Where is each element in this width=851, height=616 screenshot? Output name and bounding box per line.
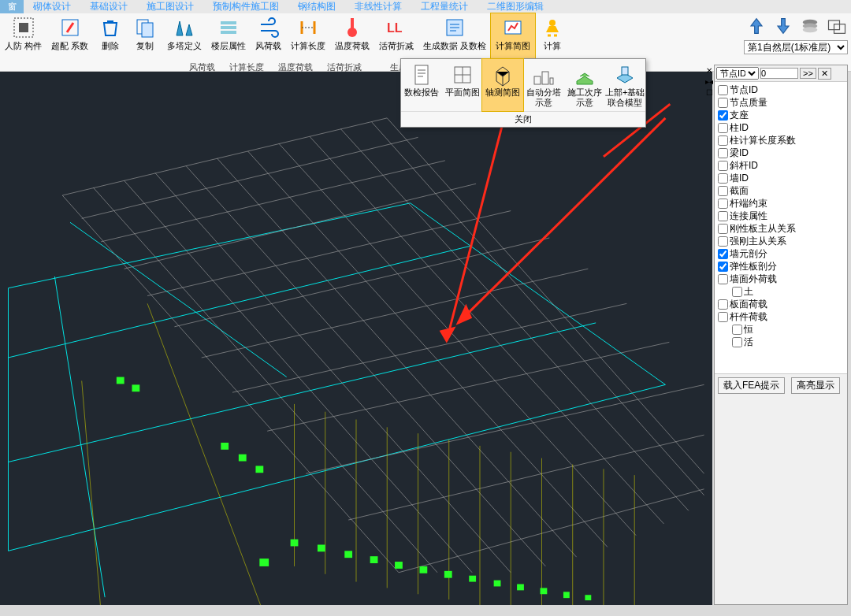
opt-row[interactable]: 节点质量: [718, 96, 844, 109]
opt-row[interactable]: 杆件荷载: [718, 310, 844, 323]
fbtn-axon-view[interactable]: 轴测简图: [482, 59, 523, 111]
calc-diagram-dropdown: 数检报告 平面简图 轴测简图 自动分塔 示意 施工次序 示意 上部+基础 联合模…: [400, 58, 646, 128]
opt-row[interactable]: 斜杆ID: [718, 159, 844, 172]
shelter-icon: [11, 15, 36, 40]
status-bar: [0, 605, 851, 616]
opt-墙面外荷载[interactable]: [718, 274, 728, 284]
model-viewport[interactable]: [0, 72, 712, 605]
opt-row[interactable]: 刚性板主从关系: [718, 222, 844, 235]
fbtn-plan-view[interactable]: 平面简图: [442, 59, 483, 111]
opt-row[interactable]: 墙ID: [718, 172, 844, 184]
go-button[interactable]: >>: [800, 68, 816, 79]
auto-tower-icon: [531, 62, 556, 87]
svg-rect-30: [370, 556, 378, 563]
svg-text:LL: LL: [387, 21, 403, 35]
svg-rect-43: [239, 455, 247, 462]
load-fea-button[interactable]: 载入FEA提示: [718, 377, 785, 394]
opt-row[interactable]: 截面: [718, 184, 844, 197]
btn-copy[interactable]: 复制: [128, 13, 162, 71]
opt-row[interactable]: 恒: [718, 323, 844, 336]
btn-overfit[interactable]: 超配 系数: [46, 13, 93, 71]
svg-rect-36: [517, 584, 524, 591]
opt-row[interactable]: 墙面外荷载: [718, 273, 844, 285]
tab-construction-drawing[interactable]: 施工图设计: [137, 0, 203, 14]
plan-icon: [450, 62, 475, 87]
opt-板面荷载[interactable]: [718, 299, 728, 310]
btn-delete[interactable]: 删除: [93, 13, 128, 71]
opt-土[interactable]: [732, 287, 742, 297]
opt-节点质量[interactable]: [718, 98, 728, 108]
property-panel: ✕ ▸◂ ☐ 节点ID >> ✕ 节点ID节点质量支座柱ID柱计算长度系数梁ID…: [714, 65, 848, 605]
svg-rect-34: [469, 576, 476, 582]
overfit-icon: [58, 15, 83, 40]
opt-活[interactable]: [732, 337, 742, 347]
tab-2d-edit[interactable]: 二维图形编辑: [478, 0, 553, 14]
layers-icon[interactable]: [799, 17, 821, 35]
run-icon: [540, 15, 565, 40]
opt-row[interactable]: 节点ID: [718, 83, 844, 96]
opt-杆端约束[interactable]: [718, 199, 728, 209]
svg-rect-37: [541, 588, 548, 594]
svg-rect-4: [142, 23, 153, 37]
opt-row[interactable]: 柱计算长度系数: [718, 134, 844, 147]
opt-row[interactable]: 支座: [718, 109, 844, 121]
fbtn-construction[interactable]: 施工次序 示意: [564, 59, 605, 111]
opt-row[interactable]: 墙元剖分: [718, 247, 844, 260]
opt-row[interactable]: 弹性板剖分: [718, 260, 844, 273]
opt-row[interactable]: 连接属性: [718, 210, 844, 222]
svg-rect-22: [542, 72, 548, 84]
app-menu-icon[interactable]: 窗: [0, 0, 24, 13]
panel-expand-icon[interactable]: ☐: [704, 87, 715, 98]
opt-row[interactable]: 强刚主从关系: [718, 235, 844, 247]
panel-pin-icon[interactable]: ▸◂: [704, 76, 715, 87]
panel-close-icon[interactable]: ✕: [704, 65, 715, 76]
opt-row[interactable]: 杆端约束: [718, 197, 844, 210]
fbtn-combined[interactable]: 上部+基础 联合模型: [604, 59, 645, 111]
live-load-icon: LL: [384, 15, 409, 40]
opt-墙元剖分[interactable]: [718, 249, 728, 259]
svg-rect-28: [318, 544, 325, 551]
btn-shelter[interactable]: 人防 构件: [0, 13, 46, 71]
tab-quantity[interactable]: 工程量统计: [411, 0, 478, 14]
tab-masonry[interactable]: 砌体设计: [24, 0, 80, 14]
opt-row[interactable]: 板面荷载: [718, 298, 844, 310]
svg-rect-29: [344, 551, 352, 558]
tab-nonlinear[interactable]: 非线性计算: [345, 0, 411, 14]
opt-强刚主从关系[interactable]: [718, 236, 728, 247]
opt-row[interactable]: 土: [718, 285, 844, 298]
arrow-up-icon[interactable]: [745, 17, 767, 35]
window-icon[interactable]: [826, 17, 848, 35]
opt-支座[interactable]: [718, 110, 728, 121]
display-options-tree[interactable]: 节点ID节点质量支座柱ID柱计算长度系数梁ID斜杆ID墙ID截面杆端约束连接属性…: [715, 82, 847, 373]
fbtn-check-report[interactable]: 数检报告: [401, 59, 442, 111]
opt-刚性板主从关系[interactable]: [718, 224, 728, 234]
delete-icon: [98, 15, 123, 40]
opt-row[interactable]: 活: [718, 336, 844, 348]
arrow-down-icon[interactable]: [772, 17, 794, 35]
opt-墙ID[interactable]: [718, 173, 728, 184]
opt-截面[interactable]: [718, 186, 728, 196]
opt-连接属性[interactable]: [718, 211, 728, 221]
opt-斜杆ID[interactable]: [718, 161, 728, 171]
opt-节点ID[interactable]: [718, 85, 728, 95]
tab-precast[interactable]: 预制构件施工图: [203, 0, 288, 14]
gen-icon: [442, 15, 467, 40]
opt-row[interactable]: 梁ID: [718, 147, 844, 159]
fbtn-auto-tower[interactable]: 自动分塔 示意: [523, 59, 564, 111]
highlight-button[interactable]: 高亮显示: [791, 377, 840, 394]
opt-柱ID[interactable]: [718, 123, 728, 133]
id-input[interactable]: [760, 68, 798, 79]
tab-foundation[interactable]: 基础设计: [80, 0, 137, 14]
opt-杆件荷载[interactable]: [718, 312, 728, 322]
svg-rect-19: [415, 65, 428, 84]
opt-弹性板剖分[interactable]: [718, 262, 728, 272]
opt-柱计算长度系数[interactable]: [718, 135, 728, 146]
floor-select[interactable]: 第1自然层(1标准层): [744, 40, 848, 54]
panel-x-button[interactable]: ✕: [818, 68, 831, 80]
tab-steel[interactable]: 钢结构图: [288, 0, 345, 14]
opt-梁ID[interactable]: [718, 148, 728, 158]
opt-恒[interactable]: [732, 325, 742, 335]
svg-rect-32: [419, 566, 427, 573]
id-type-select[interactable]: 节点ID: [716, 67, 759, 80]
opt-row[interactable]: 柱ID: [718, 121, 844, 134]
